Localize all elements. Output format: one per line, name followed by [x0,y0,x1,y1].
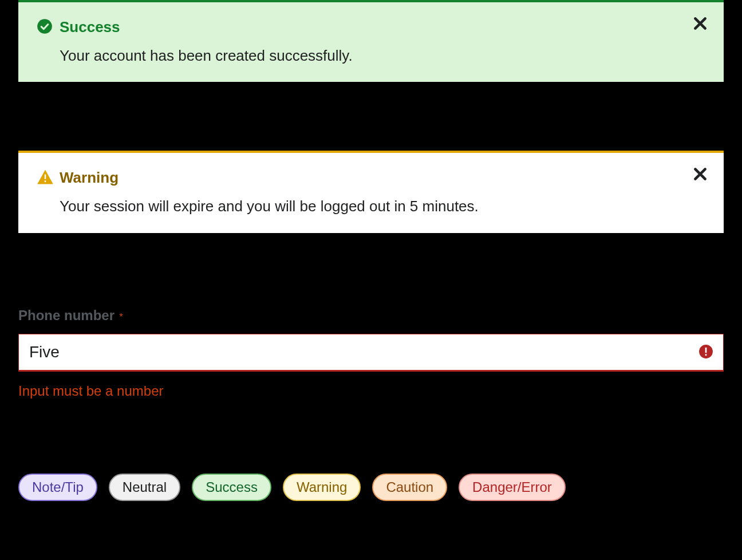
phone-number-input[interactable] [18,334,724,372]
success-alert: Success Your account has been created su… [18,0,724,82]
warning-alert-body: Your session will expire and you will be… [60,196,687,216]
svg-rect-5 [705,354,707,356]
warning-triangle-icon [37,169,54,187]
pill-warning[interactable]: Warning [283,474,361,501]
warning-alert-title: Warning [60,169,687,187]
status-pill-row: Note/Tip Neutral Success Warning Caution… [18,474,724,512]
pill-note[interactable]: Note/Tip [18,474,97,501]
close-button[interactable] [693,167,708,184]
svg-rect-2 [45,181,46,183]
svg-point-0 [37,19,52,34]
error-circle-icon [698,344,713,361]
close-icon [693,167,708,182]
pill-danger[interactable]: Danger/Error [459,474,566,501]
pill-caution[interactable]: Caution [372,474,447,501]
field-label: Phone number [18,307,115,323]
svg-rect-4 [705,348,707,353]
warning-alert: Warning Your session will expire and you… [18,151,724,232]
field-error-message: Input must be a number [18,383,724,399]
pill-success[interactable]: Success [192,474,271,501]
required-indicator: * [119,312,123,322]
check-circle-icon [37,18,53,37]
close-button[interactable] [693,16,708,33]
pill-neutral[interactable]: Neutral [109,474,180,501]
svg-rect-1 [45,175,46,179]
success-alert-body: Your account has been created successful… [60,45,687,66]
phone-number-field: Phone number * Input must be a number [18,307,724,399]
success-alert-title: Success [60,18,687,36]
close-icon [693,16,708,31]
